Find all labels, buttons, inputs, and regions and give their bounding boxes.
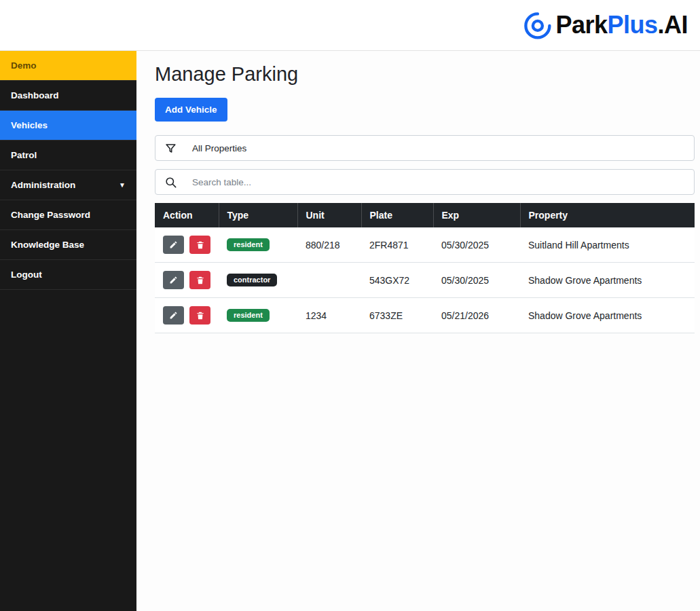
table-row: resident 880/218 2FR4871 05/30/2025 Suit…	[155, 227, 695, 263]
sidebar-item-logout[interactable]: Logout	[0, 260, 136, 290]
sidebar-item-label: Demo	[11, 60, 37, 71]
sidebar-item-knowledge-base[interactable]: Knowledge Base	[0, 230, 136, 260]
sidebar-item-vehicles[interactable]: Vehicles	[0, 111, 136, 141]
search-input[interactable]	[185, 170, 694, 194]
sidebar-item-change-password[interactable]: Change Password	[0, 200, 136, 230]
pencil-icon	[169, 240, 178, 249]
exp-cell: 05/30/2025	[433, 227, 520, 263]
plate-cell: 543GX72	[361, 263, 433, 298]
type-badge: contractor	[227, 274, 277, 286]
main-content: Manage Parking Add Vehicle All Propertie…	[136, 51, 700, 611]
trash-icon	[196, 240, 205, 250]
type-badge: resident	[227, 309, 270, 322]
delete-button[interactable]	[189, 271, 210, 289]
column-header-type: Type	[219, 203, 297, 227]
sidebar-item-label: Knowledge Base	[11, 240, 84, 250]
logo-text-plus: Plus	[607, 11, 657, 39]
logo: ParkPlus.AI	[523, 11, 688, 39]
sidebar-item-label: Administration	[11, 180, 75, 190]
property-filter-select[interactable]: All Properties	[155, 135, 695, 161]
sidebar-item-label: Patrol	[11, 150, 37, 160]
table-row: resident 1234 6733ZE 05/21/2026 Shadow G…	[155, 298, 695, 333]
unit-cell: 1234	[297, 298, 361, 333]
sidebar-item-demo[interactable]: Demo	[0, 51, 136, 81]
logo-text-park: Park	[555, 11, 607, 39]
unit-cell: 880/218	[297, 227, 361, 263]
exp-cell: 05/30/2025	[433, 263, 520, 298]
trash-icon	[196, 311, 205, 320]
edit-button[interactable]	[163, 306, 184, 325]
plate-cell: 6733ZE	[361, 298, 433, 333]
delete-button[interactable]	[189, 236, 210, 254]
sidebar-item-label: Change Password	[11, 210, 90, 220]
page-title: Manage Parking	[155, 63, 695, 86]
add-vehicle-button[interactable]: Add Vehicle	[155, 98, 227, 122]
search-icon	[155, 176, 185, 189]
column-header-property: Property	[520, 203, 695, 227]
exp-cell: 05/21/2026	[433, 298, 520, 333]
sidebar-item-patrol[interactable]: Patrol	[0, 141, 136, 170]
sidebar: Demo Dashboard Vehicles Patrol Administr…	[0, 51, 136, 611]
table-row: contractor 543GX72 05/30/2025 Shadow Gro…	[155, 263, 695, 298]
type-badge: resident	[227, 238, 270, 251]
edit-button[interactable]	[163, 236, 184, 254]
delete-button[interactable]	[189, 306, 210, 325]
property-cell: Shadow Grove Apartments	[520, 263, 695, 298]
trash-icon	[196, 276, 205, 285]
column-header-plate: Plate	[361, 203, 433, 227]
logo-text-ai: .AI	[657, 11, 688, 39]
pencil-icon	[169, 311, 178, 320]
sidebar-item-label: Logout	[11, 270, 42, 280]
column-header-unit: Unit	[297, 203, 361, 227]
search-control	[155, 169, 695, 195]
filter-icon	[155, 142, 185, 155]
vehicles-table: Action Type Unit Plate Exp Property	[155, 203, 695, 333]
unit-cell	[297, 263, 361, 298]
top-header: ParkPlus.AI	[0, 0, 700, 51]
sidebar-item-label: Vehicles	[11, 120, 48, 130]
property-cell: Suitland Hill Apartments	[520, 227, 695, 263]
logo-text: ParkPlus.AI	[555, 11, 688, 39]
chevron-down-icon: ▼	[119, 181, 126, 189]
sidebar-item-administration[interactable]: Administration ▼	[0, 170, 136, 200]
column-header-exp: Exp	[433, 203, 520, 227]
plate-cell: 2FR4871	[361, 227, 433, 263]
pencil-icon	[169, 276, 178, 284]
property-filter-value: All Properties	[185, 143, 694, 153]
column-header-action: Action	[155, 203, 219, 227]
sidebar-item-label: Dashboard	[11, 90, 59, 100]
property-cell: Shadow Grove Apartments	[520, 298, 695, 333]
sidebar-item-dashboard[interactable]: Dashboard	[0, 81, 136, 111]
table-header-row: Action Type Unit Plate Exp Property	[155, 203, 695, 227]
edit-button[interactable]	[163, 271, 184, 289]
logo-spiral-icon	[523, 11, 551, 39]
